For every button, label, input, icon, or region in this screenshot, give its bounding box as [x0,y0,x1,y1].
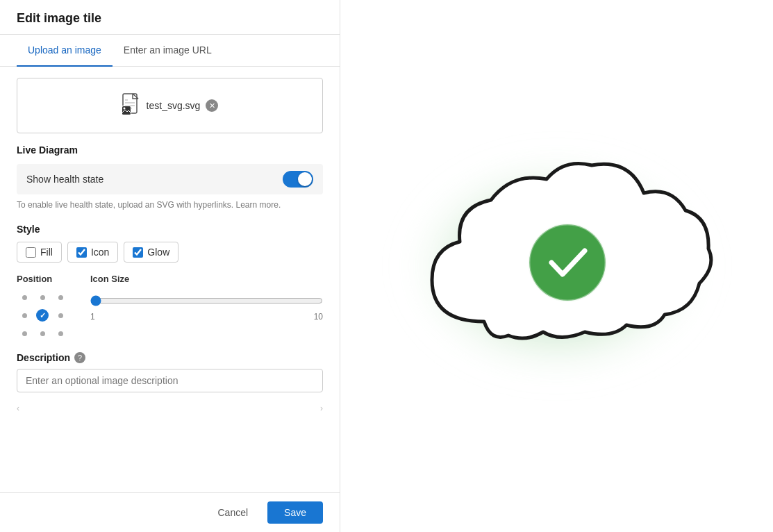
tabs-bar: Upload an image Enter an image URL [0,35,340,67]
position-grid [17,290,68,341]
pos-0-0[interactable] [17,290,32,305]
live-diagram-hint: To enable live health state, upload an S… [17,200,323,210]
pos-2-2[interactable] [53,326,68,341]
icon-checkbox[interactable] [76,247,87,258]
desc-label: Description [17,352,70,363]
pos-1-0[interactable] [17,308,32,323]
pos-0-1[interactable] [35,290,50,305]
pos-2-0[interactable] [17,326,32,341]
panel-content: Upload an image Enter an image URL [0,35,340,492]
icon-label: Icon [91,247,109,258]
description-input[interactable] [17,369,323,392]
right-panel [340,0,773,532]
scroll-left: ‹ [17,404,19,413]
description-section: Description ? [0,352,340,401]
slider-max: 10 [314,312,323,322]
live-diagram-label: Live Diagram [17,144,323,156]
remove-file-button[interactable]: ✕ [206,99,218,112]
style-icon[interactable]: Icon [67,242,118,263]
desc-header: Description ? [17,352,323,363]
preview-area [340,0,773,532]
tab-upload[interactable]: Upload an image [17,35,113,67]
pos-2-1[interactable] [35,326,50,341]
position-group: Position [17,274,68,341]
file-name: test_svg.svg [147,100,201,111]
panel-footer: Cancel Save [0,492,340,532]
panel-header: Edit image tile [0,0,340,35]
cloud-preview [376,127,738,405]
icon-size-slider-container: 1 10 [90,290,323,322]
help-icon[interactable]: ? [74,352,85,363]
left-panel: Edit image tile Upload an image Enter an… [0,0,340,532]
style-options: Fill Icon Glow [17,242,323,263]
cancel-button[interactable]: Cancel [206,501,259,524]
panel-title: Edit image tile [17,11,323,26]
live-diagram-section: Live Diagram Show health state To enable… [0,144,340,224]
file-icon [122,93,141,118]
icon-size-group: Icon Size 1 10 [90,274,323,322]
save-button[interactable]: Save [267,501,323,524]
icon-size-label: Icon Size [90,274,323,284]
pos-1-2[interactable] [53,308,68,323]
file-chip: test_svg.svg ✕ [122,93,219,118]
slider-labels: 1 10 [90,312,323,322]
slider-min: 1 [90,312,95,322]
fill-checkbox[interactable] [26,247,36,258]
svg-rect-2 [122,106,131,115]
style-section: Style Fill Icon Glow [0,224,340,274]
pos-1-1[interactable] [35,308,50,323]
glow-label: Glow [147,247,169,258]
fill-label: Fill [40,247,53,258]
health-state-toggle[interactable] [283,171,313,188]
style-fill[interactable]: Fill [17,242,62,263]
upload-box[interactable]: test_svg.svg ✕ [17,78,323,133]
position-label: Position [17,274,68,284]
tab-url[interactable]: Enter an image URL [113,35,223,67]
style-label: Style [17,224,323,235]
svg-point-3 [123,108,125,110]
toggle-row: Show health state [17,164,323,194]
icon-size-slider[interactable] [90,295,323,306]
toggle-label: Show health state [26,174,103,185]
glow-checkbox[interactable] [133,247,143,258]
pos-0-2[interactable] [53,290,68,305]
scroll-right: › [320,404,323,413]
pos-size-row: Position Icon Size [0,274,340,352]
scroll-hint: ‹ › [0,401,340,416]
upload-section: test_svg.svg ✕ [0,67,340,144]
style-glow[interactable]: Glow [124,242,178,263]
